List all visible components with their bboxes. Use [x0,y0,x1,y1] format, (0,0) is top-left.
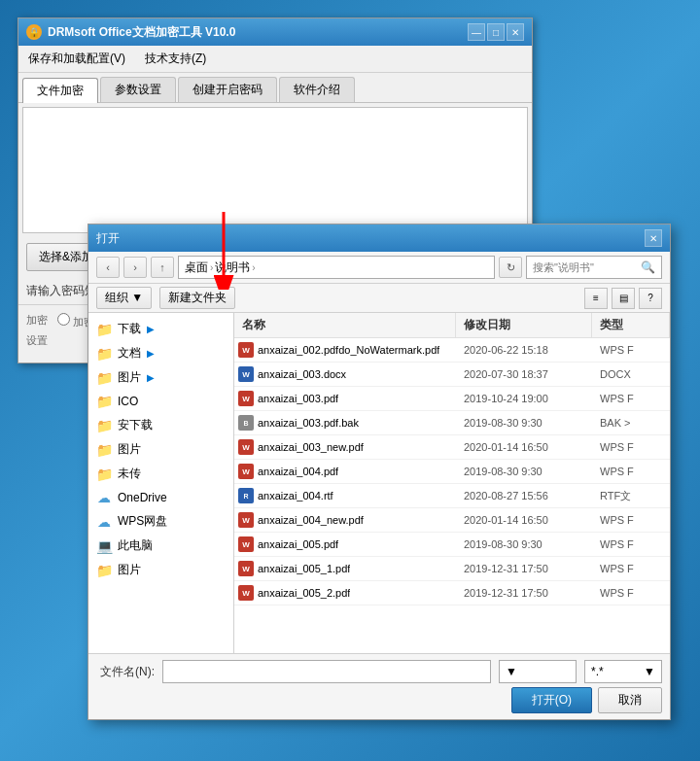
breadcrumb-item2: 说明书 [215,259,250,276]
sidebar-item-pics2[interactable]: 📁 图片 [88,437,233,462]
file-icon: W [238,512,254,528]
breadcrumb[interactable]: 桌面 › 说明书 › [178,256,495,279]
organize-btn[interactable]: 组织 ▼ [96,287,152,309]
app-icon: 🔒 [26,24,42,40]
tab-encrypt[interactable]: 文件加密 [22,78,98,103]
nav-forward-btn[interactable]: › [123,257,147,278]
file-row[interactable]: W anxaizai_005_1.pdf 2019-12-31 17:50 WP… [234,557,670,581]
filetype-dropdown[interactable]: *.* ▼ [584,660,662,683]
menu-bar: 保存和加载配置(V) 技术支持(Z) [18,46,532,73]
file-date: 2020-01-14 16:50 [456,512,592,528]
sidebar-item-pics3[interactable]: 📁 图片 [88,558,233,582]
file-name-cell: R anxaizai_004.rtf [234,486,456,505]
sidebar-item-pics[interactable]: 📁 图片 ▶ [88,365,233,390]
menu-save-config[interactable]: 保存和加载配置(V) [22,49,131,69]
file-date: 2019-12-31 17:50 [456,585,592,601]
breadcrumb-sep2: › [252,262,255,273]
file-name-cell: W anxaizai_004.pdf [234,462,456,481]
file-row[interactable]: W anxaizai_005_2.pdf 2019-12-31 17:50 WP… [234,581,670,605]
cancel-btn[interactable]: 取消 [598,687,662,713]
sidebar-label-computer: 此电脑 [118,537,153,554]
file-type: WPS F [592,342,670,358]
folder-icon-ico: 📁 [96,394,112,409]
sidebar-item-computer[interactable]: 💻 此电脑 [88,534,233,558]
menu-tech-support[interactable]: 技术支持(Z) [139,49,212,69]
file-name: anxaizai_002.pdfdo_NoWatermark.pdf [258,344,439,356]
file-row[interactable]: B anxaizai_003.pdf.bak 2019-08-30 9:30 B… [234,411,670,435]
dialog-toolbar: 组织 ▼ 新建文件夹 ≡ ▤ ? [88,284,670,313]
sidebar-item-anxiaizai[interactable]: 📁 安下载 [88,413,233,437]
main-content-area [22,107,528,233]
maximize-btn[interactable]: □ [487,23,505,41]
sidebar-label-download: 下载 [118,321,141,337]
file-row[interactable]: W anxaizai_005.pdf 2019-08-30 9:30 WPS F [234,533,670,557]
file-name: anxaizai_003.pdf [258,393,338,404]
nav-refresh-btn[interactable]: ↻ [499,257,522,278]
folder-icon-anxiaizai: 📁 [96,418,112,433]
dialog-nav: ‹ › ↑ 桌面 › 说明书 › ↻ 🔍 [88,252,670,284]
sidebar-label-onedrive: OneDrive [118,491,167,504]
nav-back-btn[interactable]: ‹ [96,257,120,278]
filename-input[interactable] [162,660,491,683]
file-dialog: 打开 ✕ ‹ › ↑ 桌面 › 说明书 › ↻ 🔍 组织 ▼ 新 [88,224,671,720]
sidebar-item-docs[interactable]: 📁 文档 ▶ [88,341,233,365]
breadcrumb-item1: 桌面 [185,259,208,276]
file-name: anxaizai_003.pdf.bak [258,417,359,429]
app-title: DRMsoft Office文档加密工具 V10.0 [48,24,235,41]
file-panel: 名称 修改日期 类型 W anxaizai_002.pdfdo_NoWaterm… [234,313,670,653]
sidebar-item-wps[interactable]: ☁ WPS网盘 [88,509,233,534]
col-name: 名称 [234,313,456,337]
tab-about[interactable]: 软件介绍 [279,77,355,102]
folder-icon-pics: 📁 [96,370,112,386]
file-icon: W [238,342,254,358]
file-type: WPS F [592,439,670,455]
view-details-btn[interactable]: ▤ [612,288,635,309]
radio-enc1[interactable] [57,313,70,326]
file-row[interactable]: R anxaizai_004.rtf 2020-08-27 15:56 RTF文 [234,484,670,508]
sidebar-item-download[interactable]: 📁 下载 ▶ [88,317,233,341]
file-icon: W [238,366,254,382]
file-icon: W [238,561,254,576]
sidebar-item-onedrive[interactable]: ☁ OneDrive [88,486,233,509]
help-btn[interactable]: ? [639,288,662,309]
file-date: 2019-08-30 9:30 [456,536,592,552]
file-row[interactable]: W anxaizai_002.pdfdo_NoWatermark.pdf 202… [234,338,670,363]
sidebar-label-pics2: 图片 [118,441,141,458]
close-btn[interactable]: ✕ [507,23,524,41]
breadcrumb-sep: › [210,262,213,273]
tab-password[interactable]: 创建开启密码 [178,77,277,102]
file-icon: B [238,415,254,431]
search-box[interactable]: 🔍 [526,256,662,279]
view-controls: ≡ ▤ ? [584,288,662,309]
dialog-close-btn[interactable]: ✕ [645,229,662,247]
filetype-value: *.* [591,665,604,678]
file-icon: W [238,536,254,552]
file-name: anxaizai_005_2.pdf [258,587,350,599]
nav-up-btn[interactable]: ↑ [151,257,174,278]
file-row[interactable]: W anxaizai_003_new.pdf 2020-01-14 16:50 … [234,435,670,460]
tab-bar: 文件加密 参数设置 创建开启密码 软件介绍 [18,73,532,103]
file-icon: W [238,391,254,406]
folder-icon-notrans: 📁 [96,467,112,482]
file-type: WPS F [592,391,670,406]
new-folder-btn[interactable]: 新建文件夹 [159,287,235,309]
view-list-btn[interactable]: ≡ [584,288,608,309]
file-name-cell: W anxaizai_005.pdf [234,535,456,554]
search-input[interactable] [533,261,641,273]
file-icon: W [238,439,254,455]
open-btn[interactable]: 打开(O) [511,687,592,713]
tab-params[interactable]: 参数设置 [100,77,176,102]
file-row[interactable]: W anxaizai_003.docx 2020-07-30 18:37 DOC… [234,363,670,387]
filename-dropdown[interactable]: ▼ [499,660,577,683]
file-row[interactable]: W anxaizai_003.pdf 2019-10-24 19:00 WPS … [234,387,670,411]
minimize-btn[interactable]: — [468,23,485,41]
search-icon: 🔍 [641,260,655,274]
file-row[interactable]: W anxaizai_004.pdf 2019-08-30 9:30 WPS F [234,460,670,484]
file-name: anxaizai_005.pdf [258,538,338,550]
sidebar-item-ico[interactable]: 📁 ICO [88,390,233,413]
sidebar-item-notrans[interactable]: 📁 未传 [88,462,233,486]
dialog-footer: 文件名(N): ▼ *.* ▼ 打开(O) 取消 [88,653,670,719]
file-type: RTF文 [592,487,670,505]
file-date: 2020-08-27 15:56 [456,488,592,503]
file-row[interactable]: W anxaizai_004_new.pdf 2020-01-14 16:50 … [234,508,670,533]
